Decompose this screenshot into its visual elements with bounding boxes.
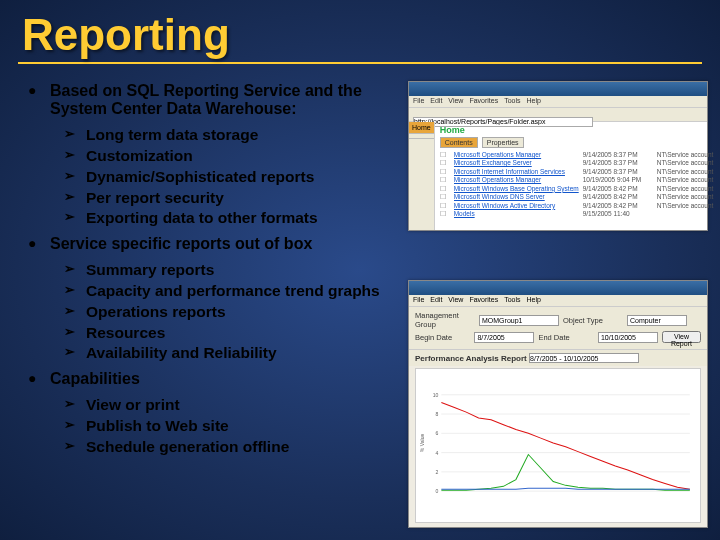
end-label: End Date xyxy=(538,333,593,342)
browser-menu: FileEditViewFavoritesToolsHelp xyxy=(409,96,707,108)
side-panel: Home xyxy=(409,122,435,230)
window-titlebar xyxy=(409,82,707,96)
svg-text:% Value: % Value xyxy=(419,434,425,453)
report-row[interactable]: ☐Microsoft Operations Manager9/14/2005 8… xyxy=(440,151,720,159)
sub-item: Operations reports xyxy=(64,302,390,323)
bullet-3-text: Capabilities xyxy=(50,370,140,387)
begin-input[interactable] xyxy=(474,332,534,343)
sub-item: Capacity and performance trend graphs xyxy=(64,281,390,302)
report-row[interactable]: ☐Microsoft Windows Active Directory9/14/… xyxy=(440,202,720,210)
bullet-1-text: Based on SQL Reporting Service and the S… xyxy=(50,82,362,117)
sub-item: Resources xyxy=(64,323,390,344)
bullet-3-sub: View or print Publish to Web site Schedu… xyxy=(64,395,390,458)
report-row[interactable]: ☐Microsoft Exchange Server9/14/2005 8:37… xyxy=(440,159,720,167)
report-row[interactable]: ☐Microsoft Windows Base Operating System… xyxy=(440,185,720,193)
tab-properties[interactable]: Properties xyxy=(482,137,524,148)
side-tab-blank[interactable] xyxy=(409,134,434,139)
bullet-1-sub: Long term data storage Customization Dyn… xyxy=(64,125,390,230)
window-titlebar xyxy=(409,281,707,295)
bullet-2-sub: Summary reports Capacity and performance… xyxy=(64,260,390,365)
sub-item: Availability and Reliability xyxy=(64,343,390,364)
report-title: Performance Analysis Report xyxy=(415,354,527,363)
report-params-form: Management Group Object Type Begin Date … xyxy=(409,307,707,350)
report-row[interactable]: ☐Microsoft Internet Information Services… xyxy=(440,168,720,176)
perf-chart: 0246810% Value xyxy=(415,368,701,523)
sub-item: View or print xyxy=(64,395,390,416)
report-header: Performance Analysis Report xyxy=(409,350,707,366)
report-list-area: Home Contents Properties ☐Microsoft Oper… xyxy=(435,122,720,230)
svg-text:0: 0 xyxy=(435,488,438,494)
address-bar xyxy=(409,108,707,122)
slide-title: Reporting xyxy=(0,0,720,60)
sub-item: Publish to Web site xyxy=(64,416,390,437)
bullet-list: Based on SQL Reporting Service and the S… xyxy=(28,82,390,458)
mg-label: Management Group xyxy=(415,311,475,329)
ot-input[interactable] xyxy=(627,315,687,326)
sub-item: Customization xyxy=(64,146,390,167)
sub-item: Long term data storage xyxy=(64,125,390,146)
svg-text:4: 4 xyxy=(435,450,438,456)
svg-text:6: 6 xyxy=(435,430,438,436)
slide-content: Based on SQL Reporting Service and the S… xyxy=(0,74,390,458)
sub-item: Summary reports xyxy=(64,260,390,281)
view-report-button[interactable]: View Report xyxy=(662,331,701,343)
bullet-1: Based on SQL Reporting Service and the S… xyxy=(28,82,390,229)
end-input[interactable] xyxy=(598,332,658,343)
sub-item: Dynamic/Sophisticated reports xyxy=(64,167,390,188)
report-row[interactable]: ☐Models9/15/2005 11:40 xyxy=(440,210,720,218)
begin-label: Begin Date xyxy=(415,333,470,342)
bullet-2-text: Service specific reports out of box xyxy=(50,235,312,252)
tab-contents[interactable]: Contents xyxy=(440,137,478,148)
sub-item: Exporting data to other formats xyxy=(64,208,390,229)
sub-item: Schedule generation offline xyxy=(64,437,390,458)
bullet-2: Service specific reports out of box Summ… xyxy=(28,235,390,364)
rm-tabs: Contents Properties xyxy=(440,137,720,148)
mg-input[interactable] xyxy=(479,315,559,326)
bullet-3: Capabilities View or print Publish to We… xyxy=(28,370,390,457)
report-daterange[interactable] xyxy=(529,353,639,363)
report-row[interactable]: ☐Microsoft Operations Manager10/19/2005 … xyxy=(440,176,720,184)
screenshot-report-manager: FileEditViewFavoritesToolsHelp Home Home… xyxy=(408,81,708,231)
chart-svg: 0246810% Value xyxy=(416,369,700,522)
title-underline xyxy=(18,62,702,64)
svg-text:8: 8 xyxy=(435,411,438,417)
sub-item: Per report security xyxy=(64,188,390,209)
svg-text:2: 2 xyxy=(435,469,438,475)
screenshot-perf-report: FileEditViewFavoritesToolsHelp Managemen… xyxy=(408,280,708,528)
home-label: Home xyxy=(440,125,720,135)
browser-menu: FileEditViewFavoritesToolsHelp xyxy=(409,295,707,307)
ot-label: Object Type xyxy=(563,316,623,325)
svg-text:10: 10 xyxy=(433,392,439,398)
report-row[interactable]: ☐Microsoft Windows DNS Server9/14/2005 8… xyxy=(440,193,720,201)
side-tab-home[interactable]: Home xyxy=(409,122,434,134)
